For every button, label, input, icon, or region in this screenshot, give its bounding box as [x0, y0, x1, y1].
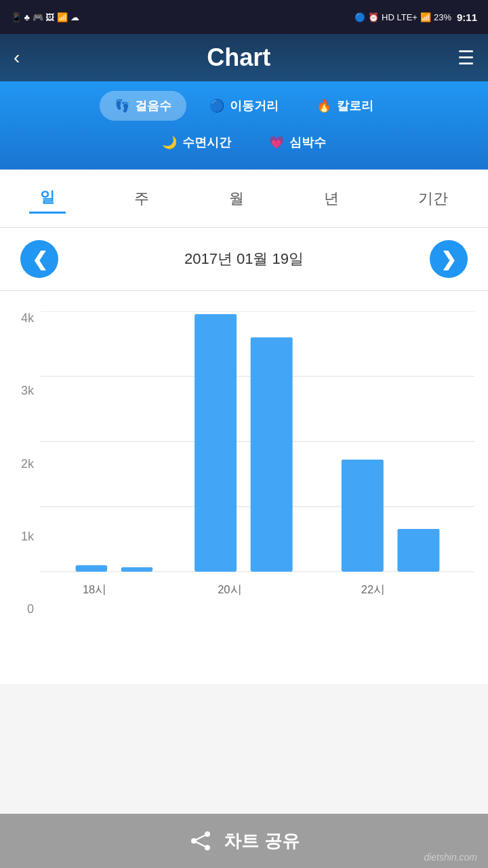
filter-heartrate-label: 심박수: [289, 134, 326, 151]
filter-sleep-label: 수면시간: [182, 134, 231, 151]
y-axis: 0 1k 2k 3k 4k: [3, 311, 34, 616]
share-button[interactable]: 차트 공유 dietshin.com: [0, 814, 488, 868]
filter-bar: 👣 걸음수 🔵 이동거리 🔥 칼로리 🌙 수면시간 💗 심박수: [0, 81, 488, 170]
filter-heartrate[interactable]: 💗 심박수: [254, 127, 341, 157]
svg-rect-8: [251, 337, 293, 572]
tab-day[interactable]: 일: [29, 183, 66, 214]
y-label-0: 0: [3, 602, 34, 616]
svg-text:20시: 20시: [218, 583, 241, 596]
menu-button[interactable]: ☰: [458, 47, 474, 69]
y-label-1k: 1k: [3, 530, 34, 544]
status-icons: 📱 ♣ 🎮 🖼 📶 ☁: [11, 12, 79, 22]
svg-rect-10: [397, 529, 439, 572]
status-bar: 📱 ♣ 🎮 🖼 📶 ☁ 🔵 ⏰ HD LTE+ 📶 23% 9:11: [0, 0, 488, 34]
steps-icon: 👣: [115, 98, 129, 113]
battery-label: 23%: [434, 12, 451, 22]
filter-steps-label: 걸음수: [135, 98, 171, 114]
chart-area: 18시 20시 22시 0 1k 2k 3k 4k: [0, 291, 488, 684]
next-icon: ❯: [441, 248, 456, 271]
prev-date-button[interactable]: ❮: [20, 240, 58, 278]
svg-rect-6: [121, 568, 152, 572]
back-button[interactable]: ‹: [14, 47, 20, 68]
next-date-button[interactable]: ❯: [430, 240, 468, 278]
heartrate-icon: 💗: [269, 135, 284, 150]
filter-distance-label: 이동거리: [230, 98, 279, 114]
y-label-3k: 3k: [3, 384, 34, 398]
watermark: dietshin.com: [424, 852, 477, 863]
time-label: 9:11: [457, 12, 477, 23]
filter-row-1: 👣 걸음수 🔵 이동거리 🔥 칼로리: [14, 91, 474, 121]
distance-icon: 🔵: [209, 98, 224, 113]
tab-year[interactable]: 년: [313, 184, 350, 213]
y-label-2k: 2k: [3, 457, 34, 471]
current-date: 2017년 01월 19일: [184, 249, 304, 269]
chart-svg: 18시 20시 22시: [41, 311, 474, 637]
bluetooth-icon: 🔵: [354, 12, 365, 22]
date-nav: ❮ 2017년 01월 19일 ❯: [0, 228, 488, 291]
tab-week[interactable]: 주: [123, 184, 160, 213]
page-title: Chart: [20, 43, 458, 72]
alarm-icon: ⏰: [368, 12, 379, 22]
header: ‹ Chart ☰: [0, 34, 488, 81]
filter-sleep[interactable]: 🌙 수면시간: [147, 127, 246, 157]
share-icon: [188, 829, 213, 853]
filter-distance[interactable]: 🔵 이동거리: [195, 91, 293, 121]
y-label-4k: 4k: [3, 311, 34, 326]
share-button-label: 차트 공유: [224, 829, 299, 853]
status-right: 🔵 ⏰ HD LTE+ 📶 23% 9:11: [354, 12, 477, 23]
svg-rect-5: [76, 565, 107, 572]
filter-row-2: 🌙 수면시간 💗 심박수: [14, 127, 474, 157]
filter-steps[interactable]: 👣 걸음수: [100, 91, 186, 121]
svg-text:22시: 22시: [361, 583, 385, 596]
chart-container: 18시 20시 22시 0 1k 2k 3k 4k: [41, 311, 474, 637]
sleep-icon: 🌙: [162, 135, 177, 150]
svg-rect-7: [195, 314, 237, 572]
svg-rect-9: [342, 460, 384, 572]
tab-period[interactable]: 기간: [407, 184, 459, 213]
filter-calories[interactable]: 🔥 칼로리: [302, 91, 388, 121]
tab-month[interactable]: 월: [218, 184, 255, 213]
network-label: HD LTE+: [382, 12, 418, 22]
svg-line-17: [194, 834, 207, 841]
svg-line-18: [194, 841, 207, 848]
status-left: 📱 ♣ 🎮 🖼 📶 ☁: [11, 12, 79, 22]
prev-icon: ❮: [32, 248, 47, 271]
period-tabs: 일 주 월 년 기간: [0, 170, 488, 228]
calories-icon: 🔥: [317, 98, 331, 113]
signal-bars: 📶: [420, 12, 431, 22]
filter-calories-label: 칼로리: [337, 98, 373, 114]
svg-text:18시: 18시: [83, 583, 106, 596]
